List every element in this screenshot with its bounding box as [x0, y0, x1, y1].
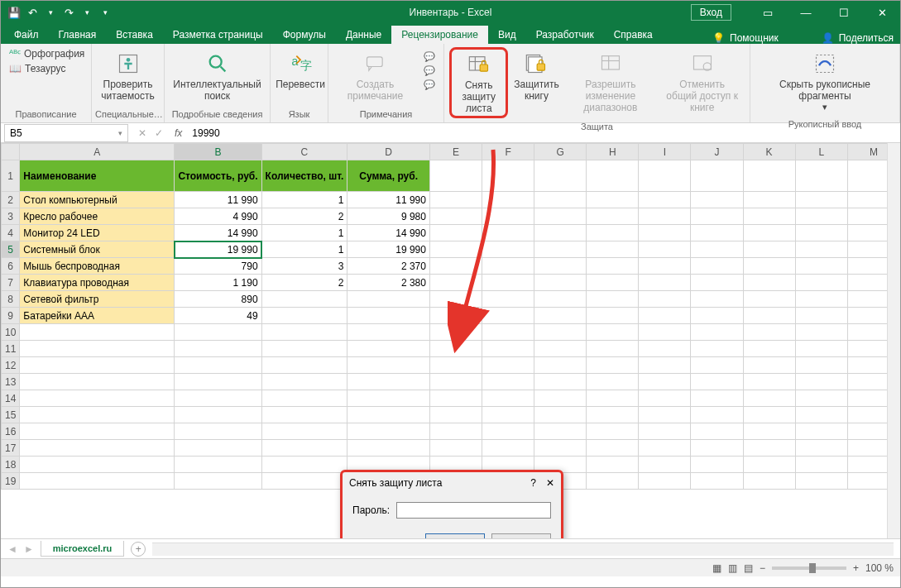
cell[interactable]	[20, 473, 175, 490]
cancel-button[interactable]: Отмена	[491, 533, 551, 538]
ribbon-options-icon[interactable]: ▭	[750, 1, 786, 24]
col-header-G[interactable]: G	[534, 144, 587, 160]
cell[interactable]	[261, 341, 347, 357]
cell[interactable]	[639, 341, 691, 357]
cell[interactable]	[482, 440, 534, 457]
row-header[interactable]: 6	[2, 258, 20, 275]
cell[interactable]	[587, 407, 639, 423]
cell[interactable]	[743, 208, 795, 225]
cell[interactable]	[639, 225, 691, 241]
cell[interactable]	[429, 160, 482, 192]
minimize-button[interactable]: —	[788, 1, 824, 24]
cell[interactable]	[587, 208, 639, 225]
col-header-C[interactable]: C	[261, 144, 347, 160]
cell[interactable]	[587, 390, 639, 407]
cell[interactable]	[587, 374, 639, 390]
cell[interactable]	[175, 374, 261, 390]
sign-in-button[interactable]: Вход	[691, 4, 731, 21]
cell[interactable]	[743, 390, 795, 407]
cell[interactable]: 19 990	[347, 241, 430, 258]
cell[interactable]	[691, 291, 743, 308]
cell[interactable]	[20, 407, 175, 423]
cell[interactable]	[175, 473, 261, 490]
tab-data[interactable]: Данные	[336, 26, 391, 44]
cell[interactable]	[20, 357, 175, 374]
cell[interactable]	[795, 241, 847, 258]
cell[interactable]	[587, 357, 639, 374]
cell[interactable]	[795, 374, 847, 390]
cell[interactable]	[347, 291, 430, 308]
col-header-H[interactable]: H	[587, 144, 639, 160]
cell[interactable]	[795, 192, 847, 208]
cell[interactable]	[534, 308, 587, 324]
header-cost[interactable]: Стоимость, руб.	[175, 160, 261, 192]
row-header[interactable]: 9	[2, 308, 20, 324]
cell[interactable]	[587, 324, 639, 341]
qat-dropdown-icon[interactable]: ▾	[80, 6, 93, 19]
cell[interactable]	[691, 341, 743, 357]
row-header[interactable]: 2	[2, 192, 20, 208]
tell-me-button[interactable]: Помощник	[730, 32, 779, 44]
cell[interactable]	[691, 160, 743, 192]
tab-file[interactable]: Файл	[4, 26, 49, 44]
cell[interactable]	[482, 423, 534, 440]
formula-bar[interactable]: 19990	[187, 127, 224, 139]
cell[interactable]	[743, 324, 795, 341]
cell[interactable]	[261, 407, 347, 423]
cell[interactable]	[587, 308, 639, 324]
row-header[interactable]: 7	[2, 275, 20, 291]
cell[interactable]: 2 370	[347, 258, 430, 275]
cell[interactable]	[587, 225, 639, 241]
cell[interactable]	[347, 440, 430, 457]
cell[interactable]	[795, 308, 847, 324]
cell[interactable]	[347, 308, 430, 324]
worksheet-grid[interactable]: ABCDEFGHIJKLM1 Наименование Стоимость, р…	[1, 143, 900, 538]
cell[interactable]	[347, 407, 430, 423]
col-header-L[interactable]: L	[795, 144, 847, 160]
cell[interactable]	[795, 473, 847, 490]
cell[interactable]: 2	[261, 275, 347, 291]
row-header[interactable]: 13	[2, 374, 20, 390]
cell[interactable]	[743, 225, 795, 241]
cell[interactable]	[587, 440, 639, 457]
maximize-button[interactable]: ☐	[826, 1, 862, 24]
cell[interactable]	[261, 390, 347, 407]
cell[interactable]	[429, 275, 482, 291]
cell[interactable]	[639, 208, 691, 225]
cell[interactable]	[795, 423, 847, 440]
cell[interactable]	[534, 440, 587, 457]
cell[interactable]	[347, 324, 430, 341]
sheet-tab[interactable]: microexcel.ru	[41, 541, 125, 557]
cell[interactable]	[587, 423, 639, 440]
cell[interactable]	[639, 473, 691, 490]
cell[interactable]	[795, 208, 847, 225]
cell[interactable]	[743, 258, 795, 275]
cell[interactable]	[639, 241, 691, 258]
row-header[interactable]: 17	[2, 440, 20, 457]
customize-qat-icon[interactable]: ▾	[98, 6, 112, 19]
sheet-nav-next-icon[interactable]: ►	[24, 543, 34, 555]
cell[interactable]	[587, 473, 639, 490]
new-sheet-button[interactable]: +	[131, 542, 146, 557]
smart-lookup-button[interactable]: Интеллектуальный поиск	[170, 47, 265, 105]
tab-formulas[interactable]: Формулы	[273, 26, 336, 44]
tab-insert[interactable]: Вставка	[106, 26, 163, 44]
hide-ink-button[interactable]: Скрыть рукописные фрагменты ▾	[755, 47, 894, 116]
cell[interactable]	[534, 341, 587, 357]
cell[interactable]: Сетевой фильтр	[20, 291, 175, 308]
cell[interactable]	[795, 291, 847, 308]
cell[interactable]	[534, 225, 587, 241]
cell[interactable]: 49	[175, 308, 261, 324]
view-page-layout-icon[interactable]: ▥	[728, 562, 737, 574]
cell[interactable]	[639, 374, 691, 390]
horizontal-scrollbar[interactable]	[152, 543, 894, 556]
cell[interactable]	[534, 423, 587, 440]
cell[interactable]	[743, 374, 795, 390]
cell[interactable]	[482, 275, 534, 291]
col-header-B[interactable]: B	[175, 144, 261, 160]
cell[interactable]	[587, 258, 639, 275]
zoom-slider[interactable]	[772, 566, 846, 570]
cell[interactable]: 19 990	[175, 241, 261, 258]
col-header-F[interactable]: F	[482, 144, 534, 160]
cell[interactable]: 3	[261, 258, 347, 275]
